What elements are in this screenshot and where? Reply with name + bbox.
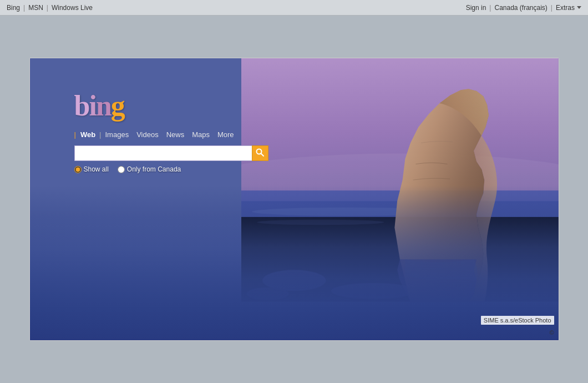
filter-options: Show all Only from Canada xyxy=(74,165,268,173)
topbar-right: Sign in | Canada (français) | Extras xyxy=(466,4,581,12)
search-ui: bing | Web | Images Videos News Maps Mor… xyxy=(30,58,268,340)
pipe1: | xyxy=(99,130,101,139)
tab-web[interactable]: Web xyxy=(77,129,99,140)
filter-show-all[interactable]: Show all xyxy=(74,165,109,173)
tab-images[interactable]: Images xyxy=(102,129,133,140)
topbar-bing-link[interactable]: Bing xyxy=(7,4,20,12)
sep1: | xyxy=(23,4,25,12)
topbar-signin-link[interactable]: Sign in xyxy=(466,4,486,12)
bing-logo-text: bing xyxy=(74,90,124,122)
tab-more[interactable]: More xyxy=(214,129,237,140)
filter-all-radio[interactable] xyxy=(74,166,82,173)
bing-logo: bing xyxy=(74,92,268,120)
sep3: | xyxy=(489,4,491,12)
svg-line-11 xyxy=(261,153,263,156)
active-indicator: | xyxy=(74,130,76,139)
topbar-windowslive-link[interactable]: Windows Live xyxy=(52,4,93,12)
search-box-container xyxy=(74,145,268,161)
bing-panel: bing | Web | Images Videos News Maps Mor… xyxy=(29,58,559,341)
topbar: Bing | MSN | Windows Live Sign in | Cana… xyxy=(0,0,588,16)
sep4: | xyxy=(551,4,552,12)
sep2: | xyxy=(47,4,48,12)
filter-canada[interactable]: Only from Canada xyxy=(118,165,181,173)
copyright-symbol: © xyxy=(549,329,554,336)
tab-news[interactable]: News xyxy=(163,129,188,140)
photo-credit: SIME s.a.s/eStock Photo xyxy=(481,316,554,325)
topbar-locale-link[interactable]: Canada (français) xyxy=(494,4,547,12)
topbar-extras-link[interactable]: Extras xyxy=(556,4,575,12)
search-icon xyxy=(256,148,265,159)
topbar-left: Bing | MSN | Windows Live xyxy=(7,4,93,12)
nav-tabs: | Web | Images Videos News Maps More xyxy=(74,129,268,140)
filter-canada-radio[interactable] xyxy=(118,166,125,173)
search-button[interactable] xyxy=(252,145,268,161)
filter-canada-label: Only from Canada xyxy=(127,165,181,173)
extras-arrow-icon xyxy=(577,6,581,9)
extras-dropdown[interactable]: Extras xyxy=(556,4,581,12)
main-area: bing | Web | Images Videos News Maps Mor… xyxy=(0,16,588,383)
filter-all-label: Show all xyxy=(84,165,109,173)
search-input[interactable] xyxy=(74,145,252,161)
tab-videos[interactable]: Videos xyxy=(133,129,162,140)
tab-maps[interactable]: Maps xyxy=(189,129,213,140)
topbar-msn-link[interactable]: MSN xyxy=(28,4,43,12)
